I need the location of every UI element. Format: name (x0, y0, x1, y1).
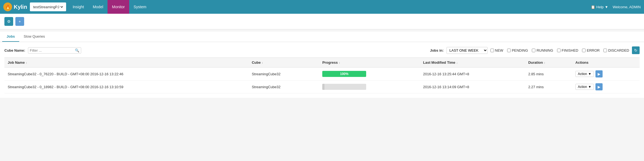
col-actions: Actions (572, 58, 640, 68)
filter-input[interactable] (30, 48, 74, 52)
col-cube: Cube ↕ (248, 58, 319, 68)
col-job-name: Job Name ↕ (4, 58, 248, 68)
nav-monitor[interactable]: Monitor (108, 0, 129, 14)
checkbox-error[interactable]: ERROR (582, 48, 600, 52)
checkbox-running[interactable]: RUNNING (532, 48, 553, 52)
cell-actions: Action ▼ ▶ (572, 80, 640, 93)
project-selector[interactable]: testStreamingPJ (30, 2, 66, 11)
action-cell: Action ▼ ▶ (575, 70, 636, 77)
checkbox-pending-label: PENDING (512, 48, 528, 52)
checkbox-discarded-label: DISCARDED (608, 48, 629, 52)
navbar-right: 📋 Help ▼ Welcome, ADMIN (591, 5, 641, 9)
navbar: 🔥 Kylin testStreamingPJ Insight Model Mo… (0, 0, 644, 14)
cell-actions: Action ▼ ▶ (572, 68, 640, 80)
help-icon: 📋 (591, 5, 595, 9)
action-chevron-icon: ▼ (588, 72, 591, 76)
col-progress-sort[interactable]: ↕ (339, 61, 340, 64)
checkbox-new-label: NEW (495, 48, 503, 52)
cell-progress: 100% (319, 68, 420, 80)
table-header-row: Job Name ↕ Cube ↕ Progress ↕ Last Modifi… (4, 58, 640, 68)
col-last-modified: Last Modified Time ↓ (420, 58, 525, 68)
status-checkboxes: NEW PENDING RUNNING FINISHED ERROR DISCA… (490, 48, 629, 52)
action-button[interactable]: Action ▼ (575, 84, 594, 90)
tab-jobs[interactable]: Jobs (2, 32, 19, 42)
action-cell: Action ▼ ▶ (575, 83, 636, 90)
search-icon: 🔍 (75, 48, 79, 52)
checkbox-discarded-input[interactable] (603, 49, 607, 52)
info-icon: ▶ (598, 85, 600, 89)
settings-icon: ⚙ (7, 19, 11, 24)
col-duration-sort[interactable]: ↕ (544, 61, 545, 64)
checkbox-error-label: ERROR (587, 48, 600, 52)
nav-model[interactable]: Model (88, 0, 108, 14)
refresh-button[interactable]: ↻ (632, 46, 640, 54)
action-button[interactable]: Action ▼ (575, 71, 594, 77)
checkbox-new[interactable]: NEW (490, 48, 503, 52)
checkbox-finished-input[interactable] (557, 49, 561, 52)
checkbox-new-input[interactable] (490, 49, 494, 52)
tabs-bar: Jobs Slow Queries (0, 32, 644, 42)
info-button[interactable]: ▶ (595, 70, 603, 77)
jobs-table: Job Name ↕ Cube ↕ Progress ↕ Last Modifi… (4, 57, 640, 93)
col-duration-label: Duration (528, 60, 543, 65)
welcome-label: Welcome, ADMIN (613, 5, 641, 9)
help-label: Help (596, 5, 604, 9)
project-dropdown[interactable]: testStreamingPJ (32, 5, 64, 9)
brand-label: Kylin (14, 4, 27, 10)
info-button[interactable]: ▶ (595, 83, 603, 90)
nav-insight[interactable]: Insight (68, 0, 88, 14)
brand: 🔥 Kylin (3, 2, 27, 11)
jobs-in-dropdown[interactable]: LAST ONE DAY LAST ONE WEEK LAST ONE MONT… (447, 47, 488, 54)
cell-job-name: StreamingCube32 - 0_18982 - BUILD - GMT+… (4, 80, 248, 93)
col-duration: Duration ↕ (525, 58, 572, 68)
info-icon: ▶ (598, 72, 600, 76)
col-last-modified-label: Last Modified Time (423, 60, 456, 65)
add-button[interactable]: + (15, 17, 24, 26)
jobs-in-label: Jobs in: (430, 48, 444, 52)
tab-slow-queries[interactable]: Slow Queries (19, 32, 49, 42)
col-cube-label: Cube (252, 60, 261, 65)
cell-last-modified: 2016-12-16 13:14:09 GMT+8 (420, 80, 525, 93)
col-job-name-sort[interactable]: ↕ (26, 61, 27, 64)
checkbox-finished-label: FINISHED (562, 48, 578, 52)
col-cube-sort[interactable]: ↕ (262, 61, 263, 64)
cell-cube: StreamingCube32 (248, 80, 319, 93)
cell-job-name: StreamingCube32 - 0_76220 - BUILD - GMT+… (4, 68, 248, 80)
table-row: StreamingCube32 - 0_76220 - BUILD - GMT+… (4, 68, 640, 80)
help-button[interactable]: 📋 Help ▼ (591, 5, 608, 9)
action-chevron-icon: ▼ (588, 85, 591, 89)
brand-icon: 🔥 (3, 2, 12, 11)
cell-duration: 2.27 mins (525, 80, 572, 93)
col-last-modified-sort[interactable]: ↓ (456, 61, 458, 64)
checkbox-discarded[interactable]: DISCARDED (603, 48, 629, 52)
main-content: Cube Name: 🔍 Jobs in: LAST ONE DAY LAST … (0, 42, 644, 98)
cell-duration: 2.85 mins (525, 68, 572, 80)
checkbox-finished[interactable]: FINISHED (557, 48, 578, 52)
checkbox-running-label: RUNNING (536, 48, 553, 52)
filter-bar: Cube Name: 🔍 Jobs in: LAST ONE DAY LAST … (4, 46, 640, 54)
refresh-icon: ↻ (634, 48, 637, 52)
col-job-name-label: Job Name (8, 60, 25, 65)
cube-name-filter[interactable]: 🔍 (28, 47, 81, 54)
col-progress-label: Progress (322, 60, 338, 65)
table-row: StreamingCube32 - 0_18982 - BUILD - GMT+… (4, 80, 640, 93)
checkbox-running-input[interactable] (532, 49, 535, 52)
cube-name-label: Cube Name: (4, 48, 25, 52)
toolbar: ⚙ + (0, 14, 644, 29)
cell-cube: StreamingCube32 (248, 68, 319, 80)
nav-system[interactable]: System (129, 0, 151, 14)
checkbox-pending-input[interactable] (507, 49, 511, 52)
help-chevron-icon: ▼ (605, 5, 608, 9)
checkbox-pending[interactable]: PENDING (507, 48, 528, 52)
col-progress: Progress ↕ (319, 58, 420, 68)
cell-progress (319, 80, 420, 93)
settings-button[interactable]: ⚙ (4, 17, 13, 26)
cell-last-modified: 2016-12-16 13:25:44 GMT+8 (420, 68, 525, 80)
plus-icon: + (19, 19, 21, 24)
checkbox-error-input[interactable] (582, 49, 586, 52)
